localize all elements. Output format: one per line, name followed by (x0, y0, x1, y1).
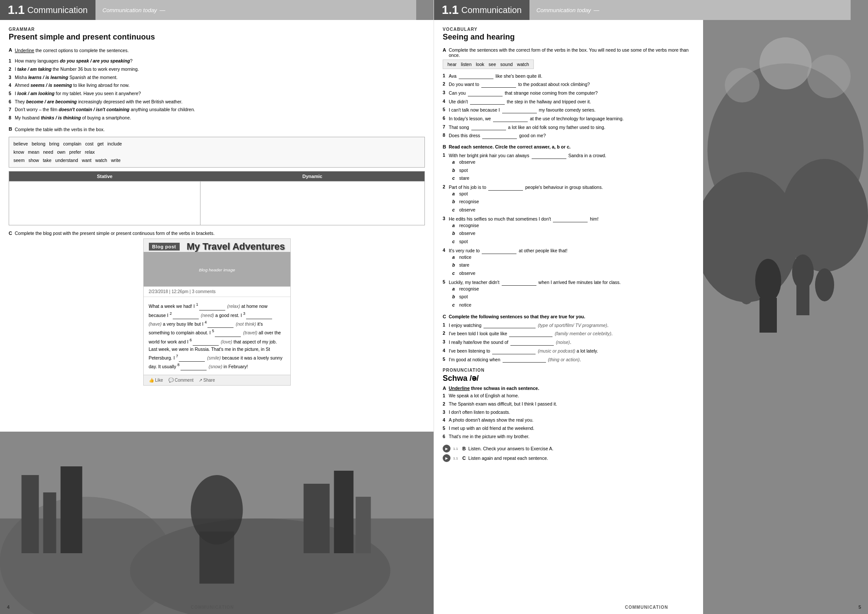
blog-body: What a week we had! I 1 (relax) at home … (144, 297, 290, 375)
vocab-c-item-1: 1 I enjoy watching (type of sport/film/ … (443, 322, 694, 329)
blog-post-label: Blog post (149, 243, 180, 251)
pron-a-item-6: 6 That's me in the picture with my broth… (443, 433, 694, 440)
audio-icon-c[interactable]: ▶ (443, 454, 450, 462)
right-header: 1.1 Communication Communication today — (434, 0, 868, 20)
vocab-a-item-8: 8 Does this dress good on me? (443, 132, 694, 139)
vocab-c-item-2: 2 I've been told I look quite like (fami… (443, 330, 694, 337)
vocab-a-item-6: 6 In today's lesson, we at the use of te… (443, 115, 694, 122)
vocab-exercise-a: A Complete the sentences with the correc… (443, 47, 694, 139)
vocab-exercise-c: C Complete the following sentences so th… (443, 314, 694, 363)
vocab-a-item-4: 4 Ute didn't the step in the hallway and… (443, 98, 694, 105)
ex-a-item-7: 7 Don't worry – the film doesn't contain… (9, 106, 425, 113)
pron-b-instruction: Listen. Check your answers to Exercise A… (468, 446, 553, 451)
svg-point-25 (738, 274, 755, 304)
blog-image: Blog header image (144, 252, 290, 287)
vocab-c-item-5: 5 I'm good at noticing when (thing or ac… (443, 356, 694, 363)
blog-meta: 2/23/2018 | 12:26pm | 3 comments (144, 287, 290, 297)
grammar-section: GRAMMAR Present simple and present conti… (9, 27, 425, 42)
blog-post: Blog post My Travel Adventures Blog head… (143, 238, 291, 386)
svg-rect-10 (334, 471, 354, 553)
vocab-b-label: B (443, 144, 446, 149)
grammar-title: Present simple and present continuous (9, 33, 425, 42)
blog-title: My Travel Adventures (180, 241, 285, 252)
vocab-exercise-b: B Read each sentence. Circle the correct… (443, 144, 694, 309)
pron-exercise-c: ▶ 1.1 C Listen again and repeat each sen… (443, 454, 694, 462)
right-bg-image (703, 20, 868, 614)
left-chapter-title: Communication (27, 5, 88, 15)
left-content: GRAMMAR Present simple and present conti… (0, 20, 434, 393)
svg-point-20 (807, 55, 851, 98)
right-footer-label: COMMUNICATION (625, 605, 668, 610)
vocab-b-item-1: 1 With her bright pink hair you can alwa… (443, 152, 694, 182)
svg-point-21 (755, 259, 781, 302)
audio-num-b: 1.1 (453, 447, 458, 451)
ex-a-item-6: 6 They become / are becoming increasingl… (9, 99, 425, 105)
vocab-b-item-2: 2 Part of his job is to people's behavio… (443, 184, 694, 214)
left-footer-label: COMMUNICATION (191, 605, 234, 610)
vocab-label: VOCABULARY (443, 27, 694, 32)
pron-label: PRONUNCIATION (443, 368, 694, 373)
ex-c-instruction: Complete the blog post with the present … (15, 231, 215, 236)
vocab-a-item-2: 2 Do you want to to the podcast about ro… (443, 81, 694, 88)
pronunciation-section: PRONUNCIATION Schwa /ə/ (443, 368, 694, 383)
blog-share[interactable]: ↗ Share (199, 378, 215, 383)
ex-a-item-2: 2 I take / am taking the Number 36 bus t… (9, 66, 425, 73)
pron-a-item-2: 2 The Spanish exam was difficult, but I … (443, 401, 694, 407)
right-subtitle-bar: Communication today — (529, 0, 868, 20)
right-page-num: 5 (858, 604, 861, 610)
grammar-exercise-b: B Complete the table with the verbs in t… (9, 126, 425, 225)
pron-a-item-5: 5 I met up with an old friend at the wee… (443, 425, 694, 432)
right-chapter-title: Communication (461, 5, 522, 15)
ex-a-label: A (9, 47, 12, 56)
vocab-word-box: hearlistenlookseesoundwatch (443, 59, 534, 69)
svg-rect-6 (22, 475, 39, 553)
ex-a-item-4: 4 Ahmed seems / is seeming to like livin… (9, 82, 425, 89)
left-page: 1.1 Communication Communication today — (0, 0, 434, 614)
pron-a-instruction: Underline three schwas in each sentence. (449, 386, 539, 391)
ex-a-item-8: 8 My husband thinks / is thinking of buy… (9, 115, 425, 121)
vocab-b-item-5: 5 Luckily, my teacher didn't when I arri… (443, 279, 694, 309)
verb-word-box: believe belong bring complain cost get i… (9, 137, 425, 168)
blog-title-area: My Travel Adventures (180, 241, 285, 252)
right-subtitle: Communication today (536, 7, 591, 13)
pron-a-label: A (443, 386, 446, 391)
table-col-dynamic: Dynamic (200, 172, 424, 182)
right-page: 1.1 Communication Communication today — … (434, 0, 868, 614)
vocab-c-item-3: 3 I really hate/love the sound of (noise… (443, 339, 694, 346)
vocab-a-item-7: 7 That song a lot like an old folk song … (443, 124, 694, 131)
vocab-c-item-4: 4 I've been listening to (music or podca… (443, 347, 694, 354)
right-chapter-label: 1.1 Communication (434, 0, 529, 20)
svg-point-19 (725, 68, 760, 102)
left-chapter-label: 1.1 Communication (0, 0, 95, 20)
vocab-c-label: C (443, 314, 446, 319)
left-subtitle: Communication today (102, 7, 157, 13)
pron-exercise-b: ▶ 1.1 B Listen. Check your answers to Ex… (443, 445, 694, 452)
svg-text:Blog header image: Blog header image (199, 267, 235, 272)
blog-like[interactable]: 👍 Like (149, 378, 163, 383)
svg-rect-7 (43, 492, 56, 553)
grammar-exercise-c-header: C Complete the blog post with the presen… (9, 231, 425, 236)
pron-a-item-3: 3 I don't often listen to podcasts. (443, 409, 694, 416)
left-page-num: 4 (7, 604, 10, 610)
pron-a-item-4: 4 A photo doesn't always show the real y… (443, 417, 694, 423)
ex-c-label: C (9, 231, 12, 236)
table-cell-stative (9, 182, 201, 225)
blog-comment[interactable]: 💬 Comment (168, 378, 194, 383)
pron-c-instruction: Listen again and repeat each sentence. (468, 456, 548, 461)
left-chapter-num: 1.1 (8, 3, 25, 17)
table-cell-dynamic (200, 182, 424, 225)
pron-exercise-a: A Underline three schwas in each sentenc… (443, 386, 694, 439)
ex-b-label: B (9, 126, 12, 135)
audio-icon-b[interactable]: ▶ (443, 445, 450, 452)
vocab-b-instruction: Read each sentence. Circle the correct a… (449, 144, 571, 149)
right-chapter-num: 1.1 (442, 3, 459, 17)
verb-table: Stative Dynamic (9, 171, 425, 225)
left-bg-image (0, 432, 434, 614)
pron-b-label: B (462, 446, 466, 451)
ex-a-item-1: 1 How many languages do you speak / are … (9, 58, 425, 64)
svg-rect-11 (356, 497, 371, 553)
grammar-exercise-a: A Underline the correct options to compl… (9, 47, 425, 121)
pron-c-label: C (462, 456, 466, 461)
svg-rect-24 (796, 285, 809, 315)
right-content: VOCABULARY Seeing and hearing A Complete… (434, 20, 703, 469)
